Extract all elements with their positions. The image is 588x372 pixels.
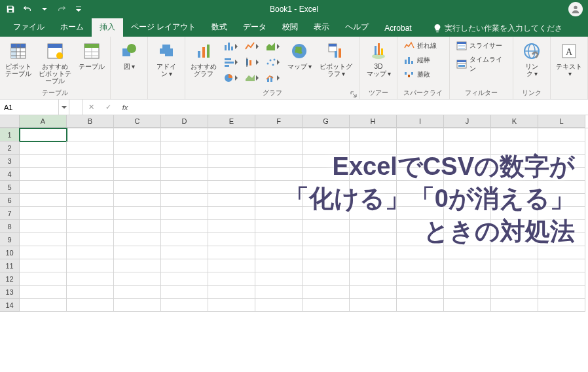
tell-me-search[interactable] — [428, 20, 568, 37]
column-header[interactable]: L — [538, 115, 585, 128]
cell[interactable] — [397, 155, 444, 168]
cell[interactable] — [350, 207, 397, 220]
column-header[interactable]: D — [161, 115, 208, 128]
stats-chart-button[interactable] — [242, 55, 261, 69]
cell[interactable] — [161, 259, 208, 272]
cell[interactable] — [491, 299, 538, 312]
cell[interactable] — [397, 194, 444, 207]
cell[interactable] — [114, 286, 161, 299]
column-header[interactable]: G — [303, 115, 350, 128]
cell[interactable] — [444, 141, 491, 155]
cell[interactable] — [114, 233, 161, 246]
cell[interactable] — [397, 128, 444, 141]
addins-button[interactable]: アドイ ン▾ — [152, 39, 181, 79]
cell[interactable] — [255, 299, 303, 312]
cell[interactable] — [161, 128, 208, 141]
cell[interactable] — [444, 299, 491, 312]
fx-button[interactable]: fx — [117, 100, 134, 115]
cell[interactable] — [350, 246, 397, 259]
cell[interactable] — [538, 259, 585, 272]
cell[interactable] — [20, 233, 67, 246]
column-header[interactable]: F — [255, 115, 303, 128]
cell[interactable] — [491, 286, 538, 299]
cell[interactable] — [538, 220, 585, 233]
cell[interactable] — [350, 128, 397, 141]
cell[interactable] — [161, 272, 208, 286]
cell[interactable] — [114, 128, 161, 141]
charts-dialog-launcher[interactable] — [350, 91, 357, 98]
cell[interactable] — [350, 272, 397, 286]
3d-map-button[interactable]: 3D マップ▾ — [364, 39, 393, 79]
cell[interactable] — [303, 194, 350, 207]
cell[interactable] — [114, 299, 161, 312]
cell[interactable] — [161, 286, 208, 299]
cell[interactable] — [255, 128, 303, 141]
cell[interactable] — [114, 220, 161, 233]
column-header[interactable]: J — [444, 115, 491, 128]
cell[interactable] — [208, 233, 255, 246]
sparkline-line-button[interactable]: 折れ線 — [401, 39, 439, 52]
cell[interactable] — [444, 233, 491, 246]
cell[interactable] — [397, 220, 444, 233]
cell[interactable] — [20, 194, 67, 207]
column-header[interactable]: I — [397, 115, 444, 128]
cell[interactable] — [397, 181, 444, 194]
cell[interactable] — [444, 246, 491, 259]
cell[interactable] — [161, 155, 208, 168]
cell[interactable] — [350, 168, 397, 181]
cell[interactable] — [161, 246, 208, 259]
cell[interactable] — [538, 181, 585, 194]
cell[interactable] — [208, 181, 255, 194]
save-button[interactable] — [3, 1, 18, 17]
cell[interactable] — [444, 220, 491, 233]
cell[interactable] — [444, 128, 491, 141]
cell[interactable] — [161, 220, 208, 233]
cell[interactable] — [491, 207, 538, 220]
cell[interactable] — [114, 194, 161, 207]
tab-home[interactable]: ホーム — [52, 18, 92, 37]
formula-input[interactable] — [134, 100, 588, 115]
tell-me-input[interactable] — [445, 24, 562, 33]
illustrations-button[interactable]: 図▾ — [115, 39, 143, 71]
cell[interactable] — [444, 286, 491, 299]
row-header[interactable]: 11 — [0, 259, 20, 272]
cell[interactable] — [208, 220, 255, 233]
line-chart-button[interactable] — [242, 39, 261, 54]
cell[interactable] — [208, 286, 255, 299]
cell[interactable] — [303, 220, 350, 233]
cell[interactable] — [303, 181, 350, 194]
cell[interactable] — [114, 259, 161, 272]
tab-view[interactable]: 表示 — [306, 18, 337, 37]
user-avatar[interactable] — [568, 2, 583, 16]
cell[interactable] — [303, 207, 350, 220]
cell[interactable] — [161, 181, 208, 194]
cell[interactable] — [114, 272, 161, 286]
cell[interactable] — [208, 299, 255, 312]
qat-customize-button[interactable] — [71, 1, 86, 17]
cell[interactable] — [20, 155, 67, 168]
select-all-button[interactable] — [0, 115, 20, 128]
cell[interactable] — [255, 155, 303, 168]
cell[interactable] — [20, 141, 67, 155]
cell[interactable] — [350, 155, 397, 168]
cell[interactable] — [67, 181, 114, 194]
cell[interactable] — [114, 181, 161, 194]
cell[interactable] — [208, 272, 255, 286]
cell[interactable] — [303, 299, 350, 312]
cell[interactable] — [67, 299, 114, 312]
cell[interactable] — [444, 259, 491, 272]
cell[interactable] — [161, 141, 208, 155]
cell[interactable] — [538, 286, 585, 299]
undo-button[interactable] — [20, 1, 35, 17]
cell[interactable] — [303, 128, 350, 141]
column-header[interactable]: B — [67, 115, 114, 128]
cell[interactable] — [161, 299, 208, 312]
cell[interactable] — [67, 194, 114, 207]
cell[interactable] — [538, 168, 585, 181]
cell[interactable] — [538, 155, 585, 168]
cell[interactable] — [67, 220, 114, 233]
row-header[interactable]: 13 — [0, 286, 20, 299]
cell[interactable] — [255, 246, 303, 259]
combo-chart-button[interactable] — [263, 71, 282, 85]
cell[interactable] — [20, 207, 67, 220]
